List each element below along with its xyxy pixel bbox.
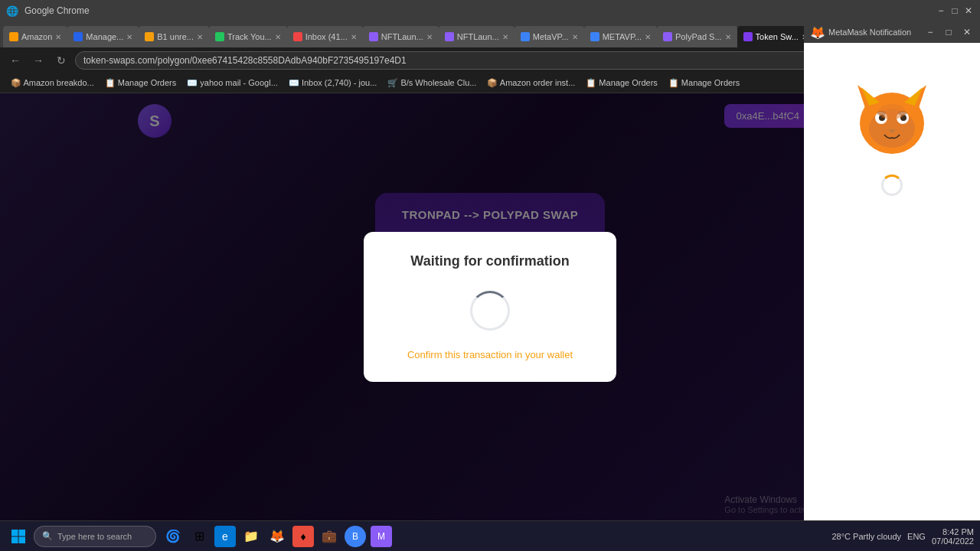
- mm-maximize-button[interactable]: □: [942, 25, 956, 39]
- tab-close-amazon[interactable]: ✕: [55, 33, 61, 41]
- taskbar-app4-icon[interactable]: B: [345, 526, 366, 547]
- bookmark-manage3[interactable]: 📋 Manage Orders: [664, 77, 744, 90]
- windows-logo-icon: [11, 529, 26, 544]
- browser-title-bar: 🌐 Google Chrome − □ ✕: [0, 0, 980, 21]
- taskbar: 🔍 Type here to search 🌀 ⊞ e 📁 🦊 ♦ 💼 B M …: [0, 520, 980, 551]
- taskbar-language: ENG: [907, 532, 926, 541]
- taskbar-edge-icon[interactable]: e: [214, 526, 236, 547]
- tab-close-metavp1[interactable]: ✕: [572, 33, 578, 41]
- mm-minimize-button[interactable]: −: [923, 25, 937, 39]
- refresh-button[interactable]: ↻: [52, 51, 70, 70]
- tab-track[interactable]: Track You... ✕: [209, 26, 287, 47]
- taskbar-system-tray: 28°C Partly cloudy ENG 8:42 PM 07/04/202…: [831, 527, 974, 546]
- bookmark-wholesale[interactable]: 🛒 B/s Wholesale Clu...: [383, 77, 481, 90]
- maximize-button[interactable]: □: [949, 5, 960, 16]
- tab-close-nft2[interactable]: ✕: [502, 33, 508, 41]
- taskbar-cortana-icon[interactable]: 🌀: [162, 526, 184, 547]
- modal-title: Waiting for confirmation: [388, 253, 592, 269]
- metamask-win-controls: − □ ✕: [923, 25, 974, 39]
- tab-manage1[interactable]: Manage... ✕: [67, 26, 139, 47]
- taskbar-fileexplorer-icon[interactable]: 📁: [240, 526, 262, 547]
- svg-rect-14: [11, 530, 18, 536]
- tab-close-polypad1[interactable]: ✕: [725, 33, 731, 41]
- minimize-button[interactable]: −: [936, 5, 946, 16]
- tab-metavp1[interactable]: MetaVP... ✕: [514, 26, 584, 47]
- tab-tokenswap[interactable]: Token Sw... ✕: [737, 26, 814, 47]
- confirm-text: Confirm this transaction in your wallet: [388, 349, 592, 360]
- tab-close-b1[interactable]: ✕: [197, 33, 203, 41]
- tab-b1[interactable]: B1 unre... ✕: [139, 26, 209, 47]
- bookmark-amazon[interactable]: 📦 Amazon breakdo...: [6, 77, 99, 90]
- browser-title-text: Google Chrome: [24, 5, 90, 16]
- svg-rect-16: [11, 536, 18, 543]
- taskbar-app5-icon[interactable]: M: [371, 526, 392, 547]
- tab-nft2[interactable]: NFTLaun... ✕: [439, 26, 514, 47]
- back-button[interactable]: ←: [6, 51, 24, 70]
- bookmark-manage1[interactable]: 📋 Manage Orders: [100, 77, 181, 90]
- taskbar-search-placeholder: Type here to search: [57, 532, 132, 541]
- tab-close-inbox[interactable]: ✕: [351, 33, 357, 41]
- forward-button[interactable]: →: [29, 51, 47, 70]
- tab-close-metavp2[interactable]: ✕: [645, 33, 651, 41]
- mm-close-button[interactable]: ✕: [960, 25, 974, 39]
- loading-spinner: [470, 291, 510, 331]
- bookmark-yahoo[interactable]: ✉️ yahoo mail - Googl...: [182, 77, 283, 90]
- taskbar-pinned-icons: 🌀 ⊞ e 📁 🦊 ♦ 💼 B M: [162, 526, 392, 547]
- svg-point-13: [898, 111, 907, 116]
- spinner-container: [467, 288, 513, 334]
- metamask-title-icon: 🦊: [810, 25, 825, 40]
- metamask-loading-spinner: [881, 174, 903, 196]
- tab-close-track[interactable]: ✕: [275, 33, 281, 41]
- tab-close-nft1[interactable]: ✕: [426, 33, 433, 41]
- confirmation-modal: Waiting for confirmation Confirm this tr…: [364, 232, 616, 382]
- window-controls: − □ ✕: [936, 5, 974, 16]
- metamask-fox-icon: [846, 73, 938, 165]
- tab-close-manage1[interactable]: ✕: [126, 33, 132, 41]
- tab-amazon[interactable]: Amazon ✕: [3, 26, 67, 47]
- svg-rect-17: [19, 536, 26, 543]
- taskbar-app1-icon[interactable]: 🦊: [266, 526, 288, 547]
- taskbar-time-value: 8:42 PM: [932, 527, 974, 536]
- taskbar-clock: 8:42 PM 07/04/2022: [932, 527, 974, 546]
- svg-rect-15: [19, 530, 26, 536]
- taskbar-weather: 28°C Partly cloudy: [831, 532, 901, 541]
- start-button[interactable]: [6, 524, 31, 549]
- metamask-title-bar: 🦊 MetaMask Notification − □ ✕: [804, 21, 980, 43]
- bookmark-amazon-order[interactable]: 📦 Amazon order inst...: [482, 77, 580, 90]
- bookmark-inbox[interactable]: ✉️ Inbox (2,740) - jou...: [284, 77, 382, 90]
- metamask-popup: [804, 43, 980, 520]
- taskbar-date-value: 07/04/2022: [932, 536, 974, 546]
- taskbar-taskview-icon[interactable]: ⊞: [188, 526, 210, 547]
- tab-metavp2[interactable]: METAVP... ✕: [584, 26, 657, 47]
- svg-point-12: [877, 111, 886, 116]
- taskbar-app3-icon[interactable]: 💼: [318, 526, 340, 547]
- taskbar-app2-icon[interactable]: ♦: [292, 526, 314, 547]
- tab-nft1[interactable]: NFTLaun... ✕: [363, 26, 439, 47]
- close-button[interactable]: ✕: [963, 5, 974, 16]
- address-text: token-swaps.com/polygon/0xee67415428c855…: [83, 55, 407, 66]
- fox-icon-container: [846, 73, 938, 165]
- bookmark-manage2[interactable]: 📋 Manage Orders: [581, 77, 662, 90]
- taskbar-search-box[interactable]: 🔍 Type here to search: [34, 526, 156, 547]
- metamask-window-title: MetaMask Notification: [828, 28, 923, 37]
- tab-inbox[interactable]: Inbox (41... ✕: [287, 26, 363, 47]
- tab-polypad1[interactable]: PolyPad S... ✕: [657, 26, 737, 47]
